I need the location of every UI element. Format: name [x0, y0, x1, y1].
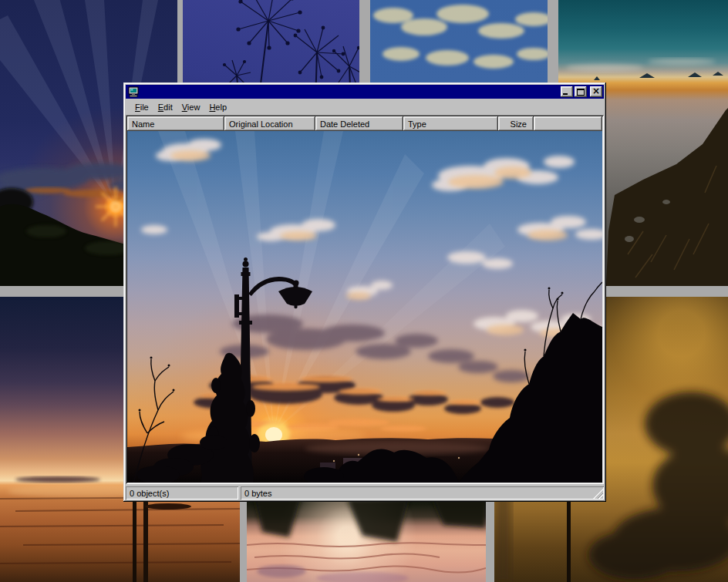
menu-view[interactable]: View — [178, 101, 204, 113]
column-header-name[interactable]: Name — [127, 116, 224, 131]
maximize-button[interactable] — [575, 86, 587, 97]
menu-bar: File Edit View Help — [126, 99, 604, 115]
column-headers: Name Original Location Date Deleted Type… — [127, 116, 602, 131]
close-button[interactable]: × — [590, 86, 602, 97]
status-objects: 0 object(s) — [126, 486, 238, 500]
sunset-streetlamp-art — [127, 131, 602, 483]
recycle-bin-window: × File Edit View Help Name Original Loca… — [123, 82, 606, 502]
menu-file[interactable]: File — [131, 101, 153, 113]
column-header-original-location[interactable]: Original Location — [224, 116, 315, 131]
status-bytes: 0 bytes — [241, 486, 604, 500]
sunset-streetlamp-photo — [127, 131, 602, 483]
column-header-type[interactable]: Type — [403, 116, 498, 131]
column-header-filler[interactable] — [534, 116, 602, 131]
desktop: { "desktop": { "background_color": "#a9a… — [0, 0, 728, 582]
minimize-button[interactable] — [561, 86, 573, 97]
column-header-size[interactable]: Size — [498, 116, 534, 131]
column-header-date-deleted[interactable]: Date Deleted — [315, 116, 403, 131]
minimize-icon — [563, 93, 568, 95]
computer-icon — [128, 86, 139, 97]
status-bar: 0 object(s) 0 bytes — [126, 486, 604, 500]
title-bar[interactable]: × — [126, 85, 604, 99]
close-icon: × — [590, 86, 602, 96]
maximize-icon — [577, 89, 585, 96]
menu-help[interactable]: Help — [205, 101, 231, 113]
list-content-area[interactable] — [127, 131, 602, 483]
list-view: Name Original Location Date Deleted Type… — [126, 115, 604, 484]
menu-edit[interactable]: Edit — [154, 101, 177, 113]
